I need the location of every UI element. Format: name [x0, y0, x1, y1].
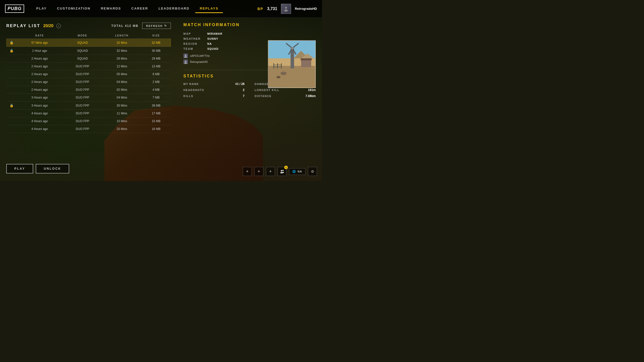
col-lock: [7, 33, 17, 39]
mode-cell: DUO FPP: [63, 117, 102, 125]
nav-item-replays[interactable]: REPLAYS: [195, 5, 223, 13]
mode-cell: DUO FPP: [63, 94, 102, 102]
nav-items: PLAY CUSTOMIZATION REWARDS CAREER LEADER…: [32, 5, 257, 13]
nav-item-rewards[interactable]: REWARDS: [96, 5, 126, 13]
nav-item-play[interactable]: PLAY: [32, 5, 51, 13]
table-row[interactable]: 2 Hours agoDUO FPP05 Mins8 MB: [7, 70, 171, 78]
size-cell: 30 MB: [142, 47, 171, 55]
mode-cell: DUO FPP: [63, 102, 102, 110]
length-cell: 04 Mins: [102, 94, 141, 102]
lock-cell: 🔒: [7, 102, 17, 110]
bottom-buttons: PLAY UNLOCK: [6, 164, 69, 173]
replay-header: REPLAY LIST 20/20 i TOTAL 412 MB REFRESH…: [6, 23, 171, 29]
svg-point-26: [281, 170, 282, 171]
date-cell: 57 Mins ago: [17, 39, 63, 47]
date-cell: 2 Hours ago: [17, 70, 63, 78]
table-row[interactable]: 3 Hours agoDUO FPP04 Mins7 MB: [7, 94, 171, 102]
table-row[interactable]: 4 Hours agoDUO FPP11 Mins17 MB: [7, 110, 171, 117]
lock-icon: 🔒: [10, 41, 14, 44]
player-name-2: RetrogradeHD: [190, 60, 208, 63]
date-cell: 3 Hours ago: [17, 102, 63, 110]
navbar: PUBG PLAY CUSTOMIZATION REWARDS CAREER L…: [0, 0, 322, 18]
table-row[interactable]: 2 Hours agoDUO FPP12 Mins13 MB: [7, 63, 171, 70]
globe-icon: 🌐: [292, 170, 296, 173]
svg-point-1: [284, 10, 288, 12]
stat-headshots: HEADSHOTS 2: [183, 88, 245, 92]
stat-kills-value: 7: [243, 94, 245, 98]
stat-kills: KILLS 7: [183, 94, 245, 98]
length-cell: 04 Mins: [102, 78, 141, 86]
lock-cell: [7, 117, 17, 125]
region-label: REGION: [183, 42, 204, 45]
lock-icon: 🔒: [10, 49, 14, 53]
table-row[interactable]: 2 Hours agoDUO FPP04 Mins2 MB: [7, 78, 171, 86]
info-icon[interactable]: i: [56, 24, 61, 28]
mode-cell: DUO FPP: [63, 110, 102, 117]
plus-button-3[interactable]: +: [266, 167, 275, 176]
length-cell: 05 Mins: [102, 70, 141, 78]
svg-point-22: [185, 55, 186, 56]
table-row[interactable]: 🔒1 Hour agoSQUAD32 Mins30 MB: [7, 47, 171, 55]
size-cell: 32 MB: [142, 39, 171, 47]
settings-button[interactable]: ⚙: [308, 167, 317, 176]
table-row[interactable]: 🔒3 Hours agoDUO FPP30 Mins38 MB: [7, 102, 171, 110]
date-cell: 1 Hour ago: [17, 47, 63, 55]
table-row[interactable]: 2 Hours agoDUO FPP02 Mins4 MB: [7, 86, 171, 94]
size-cell: 17 MB: [142, 110, 171, 117]
refresh-button[interactable]: REFRESH ↻: [142, 23, 171, 29]
col-length: LENGTH: [102, 33, 141, 39]
nav-item-leaderboard[interactable]: LEADERBOARD: [154, 5, 194, 13]
date-cell: 4 Hours ago: [17, 117, 63, 125]
col-size: SIZE: [142, 33, 171, 39]
col-mode: MODE: [63, 33, 102, 39]
mode-cell: SQUAD: [63, 39, 102, 47]
replay-table: DATE MODE LENGTH SIZE 🔒57 Mins agoSQUAD3…: [6, 33, 171, 133]
size-cell: 7 MB: [142, 94, 171, 102]
table-row[interactable]: 🔒57 Mins agoSQUAD32 Mins32 MB: [7, 39, 171, 47]
map-value: MIRAMAR: [207, 32, 316, 35]
settings-icon: ⚙: [311, 169, 314, 173]
team-member-2: RetrogradeHD: [183, 59, 316, 65]
lock-cell: [7, 55, 17, 63]
size-cell: 2 MB: [142, 78, 171, 86]
length-cell: 12 Mins: [102, 63, 141, 70]
lock-cell: [7, 86, 17, 94]
mode-cell: SQUAD: [63, 47, 102, 55]
plus-button-2[interactable]: +: [254, 167, 263, 176]
stat-longest-kill: LONGEST KILL 191m: [255, 88, 316, 92]
date-cell: 2 Hours ago: [17, 86, 63, 94]
stat-distance-label: DISTANCE: [255, 95, 271, 98]
stat-kills-label: KILLS: [183, 95, 193, 98]
header-right: TOTAL 412 MB REFRESH ↻: [111, 23, 171, 29]
mode-cell: DUO FPP: [63, 63, 102, 70]
stat-longest-kill-label: LONGEST KILL: [255, 88, 279, 92]
length-cell: 10 Mins: [102, 117, 141, 125]
nav-item-customization[interactable]: CUSTOMIZATION: [53, 5, 95, 13]
team-section: xAPOCxMYTHx RetrogradeHD: [183, 53, 316, 65]
play-button[interactable]: PLAY: [6, 164, 33, 173]
table-row[interactable]: 2 Hours agoSQUAD29 Mins29 MB: [7, 55, 171, 63]
team-value: SQUAD: [207, 47, 316, 50]
bottom-right-icons: + + + 0 🌐 NA ⚙: [243, 167, 317, 176]
mode-cell: SQUAD: [63, 55, 102, 63]
stat-my-rank: MY RANK #1 / 28: [183, 82, 245, 86]
size-cell: 4 MB: [142, 86, 171, 94]
region-button[interactable]: 🌐 NA: [289, 168, 305, 175]
plus-button-1[interactable]: +: [243, 167, 252, 176]
replay-title-text: REPLAY LIST: [6, 24, 40, 28]
nav-item-career[interactable]: CAREER: [127, 5, 153, 13]
date-cell: 3 Hours ago: [17, 94, 63, 102]
bp-amount: 3,731: [267, 7, 277, 11]
table-row[interactable]: 4 Hours agoDUO FPP20 Mins16 MB: [7, 125, 171, 133]
stat-my-rank-value: #1 / 28: [235, 82, 245, 86]
nav-right: BP 3,731 RetrogradeHD: [257, 4, 317, 14]
replay-panel: REPLAY LIST 20/20 i TOTAL 412 MB REFRESH…: [0, 18, 177, 181]
date-cell: 2 Hours ago: [17, 63, 63, 70]
mode-cell: DUO FPP: [63, 78, 102, 86]
table-row[interactable]: 4 Hours agoDUO FPP10 Mins15 MB: [7, 117, 171, 125]
date-cell: 2 Hours ago: [17, 78, 63, 86]
team-member-1: xAPOCxMYTHx: [183, 53, 316, 59]
length-cell: 02 Mins: [102, 86, 141, 94]
match-info-title: MATCH INFORMATION: [183, 23, 316, 27]
unlock-button[interactable]: UNLOCK: [36, 164, 69, 173]
